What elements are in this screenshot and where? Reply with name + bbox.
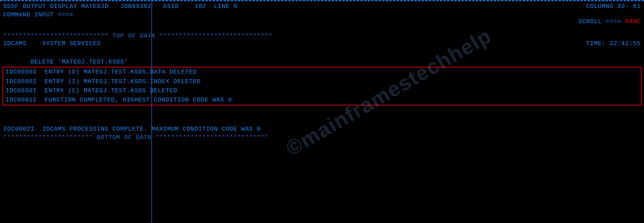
empty-line-1 bbox=[0, 48, 644, 58]
idc0550i-index: IDC0550I ENTRY (I) MATEGJ.TEST.KSDS.INDE… bbox=[3, 77, 641, 86]
delete-command: DELETE 'MATEGJ.TEST.KSDS' bbox=[0, 58, 644, 67]
terminal-screen: SDSF OUTPUT DISPLAY MATEGJD JOB09382 DSI… bbox=[0, 0, 644, 223]
idcams-label: IDCAMS SYSTEM SERVICES bbox=[3, 40, 101, 47]
idcams-line: IDCAMS SYSTEM SERVICES TIME: 22:42:55 bbox=[0, 40, 644, 48]
command-input-label: COMMAND INPUT ===> bbox=[3, 12, 74, 32]
star-line-bottom: *********************** BOTTOM OF DATA *… bbox=[0, 134, 644, 141]
scroll-label: SCROLL ===> PAGE bbox=[555, 12, 641, 32]
vertical-divider bbox=[151, 0, 152, 223]
header-columns: COLUMNS 02- 81 bbox=[586, 3, 641, 10]
header-title: SDSF OUTPUT DISPLAY MATEGJD JOB09382 DSI… bbox=[3, 3, 237, 10]
empty-line-3 bbox=[0, 115, 644, 125]
idc0550i-data: IDC0550I ENTRY (D) MATEGJ.TEST.KSDS.DATA… bbox=[3, 68, 641, 77]
red-box-section: IDC0550I ENTRY (D) MATEGJ.TEST.KSDS.DATA… bbox=[2, 67, 642, 106]
idc0001i-complete: IDC0001I FUNCTION COMPLETED, HIGHEST CON… bbox=[3, 96, 641, 105]
time-value: TIME: 22:42:55 bbox=[586, 40, 641, 47]
idc0002i-line: IDC0002I IDCAMS PROCESSING COMPLETE. MAX… bbox=[0, 125, 644, 134]
idc0550i-cluster: IDC0550I ENTRY (C) MATEGJ.TEST.KSDS DELE… bbox=[3, 86, 641, 96]
star-line-top: *************************** TOP OF DATA … bbox=[0, 33, 644, 40]
scroll-page-value: PAGE bbox=[625, 18, 641, 25]
header-line1: SDSF OUTPUT DISPLAY MATEGJD JOB09382 DSI… bbox=[0, 2, 644, 11]
empty-line-2 bbox=[0, 106, 644, 115]
header-line2: COMMAND INPUT ===> SCROLL ===> PAGE bbox=[0, 11, 644, 33]
